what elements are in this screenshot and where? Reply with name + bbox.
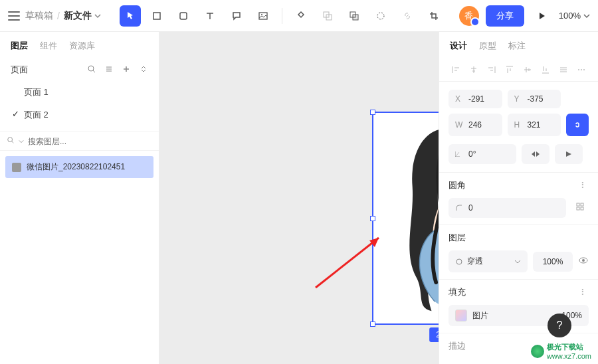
visibility-icon[interactable] — [578, 255, 589, 268]
menu-icon[interactable] — [8, 11, 20, 21]
tab-layers[interactable]: 图层 — [11, 40, 28, 52]
corner-expand-icon[interactable] — [571, 198, 589, 215]
flip-vertical-button[interactable] — [555, 144, 583, 164]
alignment-controls — [439, 58, 598, 82]
boolean-tool[interactable] — [344, 5, 365, 27]
breadcrumb-file[interactable]: 新文件 — [64, 10, 101, 22]
image-layer-icon — [12, 163, 21, 172]
flip-horizontal-button[interactable] — [522, 144, 549, 164]
svg-rect-0 — [153, 13, 160, 19]
selected-image[interactable]: 246 × 321 — [372, 112, 439, 325]
breadcrumb-separator: / — [57, 11, 60, 21]
constrain-proportions-button[interactable] — [566, 114, 589, 136]
pointer-tool[interactable] — [120, 5, 141, 27]
blend-mode-value: 穿透 — [467, 256, 483, 267]
layer-item[interactable]: 微信图片_20230822102451 — [5, 156, 153, 178]
svg-rect-20 — [577, 203, 579, 206]
watermark-name: 极光下载站 — [547, 342, 591, 352]
rectangle-tool[interactable] — [173, 5, 194, 27]
avatar-initial: 香 — [464, 10, 473, 22]
zoom-value: 100% — [559, 11, 581, 21]
svg-point-3 — [261, 14, 262, 15]
align-center-h-icon[interactable] — [466, 62, 480, 77]
opacity-field[interactable]: 100% — [533, 252, 573, 272]
watermark: 极光下载站 www.xz7.com — [531, 342, 591, 360]
left-panel: 图层 组件 资源库 页面 页面 1 页面 2 微信图片_202308221024… — [0, 32, 159, 364]
dimension-badge: 246 × 321 — [429, 327, 439, 342]
more-align-icon[interactable] — [575, 62, 589, 77]
blend-mode-field[interactable]: 穿透 — [448, 250, 528, 272]
fill-label: 填充 — [448, 286, 466, 298]
tab-components[interactable]: 组件 — [40, 40, 57, 52]
collapse-icon[interactable] — [139, 64, 148, 76]
fill-options-icon[interactable]: ⠇ — [581, 288, 589, 298]
align-right-icon[interactable] — [484, 62, 498, 77]
w-field[interactable]: W246 — [448, 114, 502, 136]
crop-tool[interactable] — [423, 5, 445, 27]
left-tabs: 图层 组件 资源库 — [0, 32, 159, 58]
comment-tool[interactable] — [226, 5, 247, 27]
page-item-2[interactable]: 页面 2 — [0, 104, 159, 126]
tab-design[interactable]: 设计 — [450, 40, 467, 52]
resize-handle[interactable] — [370, 216, 375, 221]
align-center-v-icon[interactable] — [521, 62, 535, 77]
link-tool[interactable] — [397, 5, 418, 27]
svg-point-26 — [582, 259, 585, 262]
svg-rect-2 — [259, 13, 267, 19]
page-item-1[interactable]: 页面 1 — [0, 81, 159, 104]
illustration-content — [377, 117, 439, 318]
text-tool[interactable] — [199, 5, 221, 27]
rotation-field[interactable]: ⟀0° — [448, 144, 516, 164]
layer-section: 图层 穿透 100% — [439, 225, 598, 279]
svg-point-17 — [578, 69, 579, 70]
chevron-down-icon[interactable] — [19, 139, 24, 144]
layer-search-input[interactable] — [28, 137, 152, 146]
component-tool[interactable] — [290, 5, 312, 27]
image-tool[interactable] — [252, 5, 274, 27]
corner-label: 圆角 — [448, 179, 466, 191]
angle-icon: ⟀ — [455, 149, 464, 159]
search-icon[interactable] — [7, 136, 15, 146]
tab-notes[interactable]: 标注 — [508, 40, 526, 52]
svg-point-10 — [8, 137, 13, 142]
share-button[interactable]: 分享 — [486, 5, 524, 27]
search-icon[interactable] — [87, 64, 96, 76]
outline-tool[interactable] — [370, 5, 391, 27]
layer-section-label: 图层 — [448, 232, 466, 244]
corner-section: 圆角⠇ 0 — [439, 172, 598, 225]
layer-search — [0, 132, 159, 151]
chevron-down-icon — [583, 13, 590, 19]
resize-handle[interactable] — [370, 110, 375, 115]
svg-point-24 — [456, 259, 462, 264]
help-button[interactable]: ? — [548, 314, 571, 337]
tab-prototype[interactable]: 原型 — [479, 40, 496, 52]
breadcrumb-drafts[interactable]: 草稿箱 — [25, 10, 53, 22]
frame-tool[interactable] — [146, 5, 167, 27]
corner-options-icon[interactable]: ⠇ — [581, 181, 589, 191]
y-field[interactable]: Y-375 — [508, 90, 561, 108]
resize-handle[interactable] — [370, 321, 375, 327]
breadcrumb: 草稿箱 / 新文件 — [25, 10, 101, 22]
x-field[interactable]: X-291 — [448, 90, 502, 108]
watermark-logo-icon — [531, 345, 544, 358]
add-page-icon[interactable] — [122, 64, 131, 76]
list-icon[interactable] — [104, 64, 114, 76]
chevron-down-icon — [94, 13, 101, 19]
play-button[interactable] — [531, 5, 552, 27]
align-left-icon[interactable] — [448, 62, 462, 77]
user-avatar[interactable]: 香 — [459, 6, 479, 26]
align-bottom-icon[interactable] — [539, 62, 553, 77]
zoom-control[interactable]: 100% — [559, 11, 590, 21]
tab-resources[interactable]: 资源库 — [69, 40, 95, 52]
svg-rect-7 — [353, 15, 358, 20]
corner-icon — [455, 204, 463, 212]
align-top-icon[interactable] — [502, 62, 516, 77]
distribute-h-icon[interactable] — [557, 62, 571, 77]
svg-rect-21 — [581, 203, 583, 206]
canvas[interactable]: 246 × 321 — [159, 32, 439, 364]
corner-radius-field[interactable]: 0 — [448, 198, 566, 218]
h-field[interactable]: H321 — [508, 114, 561, 136]
mask-tool[interactable] — [317, 5, 338, 27]
svg-point-19 — [583, 69, 585, 70]
right-tabs: 设计 原型 标注 — [439, 32, 598, 58]
